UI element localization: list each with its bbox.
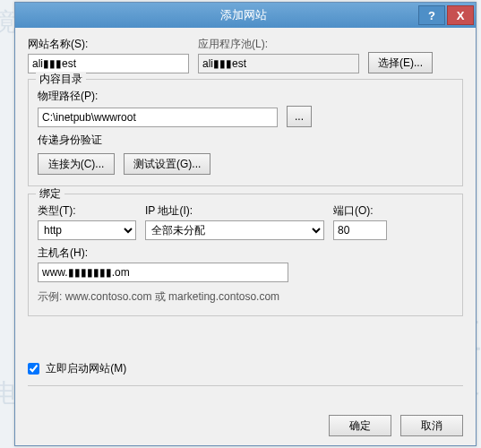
type-select[interactable]: http	[38, 220, 136, 240]
site-name-input[interactable]	[28, 54, 189, 73]
help-button[interactable]: ?	[418, 5, 445, 25]
start-now-checkbox[interactable]	[28, 363, 39, 375]
start-now-label[interactable]: 立即启动网站(M)	[28, 362, 126, 375]
ip-label: IP 地址(I):	[145, 203, 324, 219]
test-settings-button[interactable]: 测试设置(G)...	[124, 153, 210, 175]
titlebar: 添加网站 ? X	[15, 3, 476, 28]
type-label: 类型(T):	[38, 203, 136, 219]
footer-divider	[28, 385, 463, 386]
host-input[interactable]	[38, 263, 288, 282]
app-pool-label: 应用程序池(L):	[198, 37, 359, 52]
binding-title: 绑定	[36, 186, 64, 202]
browse-path-button[interactable]: ...	[287, 106, 312, 127]
physical-path-input[interactable]	[38, 108, 278, 127]
app-pool-input	[198, 54, 359, 73]
connect-as-button[interactable]: 连接为(C)...	[38, 153, 115, 175]
content-dir-title: 内容目录	[36, 72, 86, 87]
close-button[interactable]: X	[447, 5, 474, 25]
host-example: 示例: www.contoso.com 或 marketing.contoso.…	[38, 289, 453, 305]
physical-path-label: 物理路径(P):	[38, 89, 453, 104]
dialog-content: 网站名称(S): 应用程序池(L): 选择(E)... 内容目录 物理路径(P)…	[15, 28, 476, 386]
content-dir-group: 内容目录 物理路径(P): ... 传递身份验证 连接为(C)... 测试设置(…	[28, 79, 463, 186]
select-pool-button[interactable]: 选择(E)...	[368, 52, 433, 73]
dialog-footer: 确定 取消	[329, 415, 463, 436]
port-input[interactable]	[333, 220, 387, 240]
add-website-dialog: 添加网站 ? X 网站名称(S): 应用程序池(L): 选择(E)... 内容目…	[14, 2, 477, 446]
ok-button[interactable]: 确定	[329, 415, 391, 436]
start-now-row: 立即启动网站(M)	[28, 361, 463, 376]
cancel-button[interactable]: 取消	[400, 415, 463, 436]
ip-select[interactable]: 全部未分配	[145, 220, 324, 240]
passthrough-auth-label: 传递身份验证	[38, 133, 453, 148]
dialog-title: 添加网站	[15, 7, 418, 23]
site-name-label: 网站名称(S):	[28, 37, 189, 52]
host-label: 主机名(H):	[38, 246, 453, 261]
binding-group: 绑定 类型(T): http IP 地址(I): 全部未分配 端口(O):	[28, 194, 463, 316]
port-label: 端口(O):	[333, 203, 387, 219]
start-now-text: 立即启动网站(M)	[46, 362, 126, 375]
